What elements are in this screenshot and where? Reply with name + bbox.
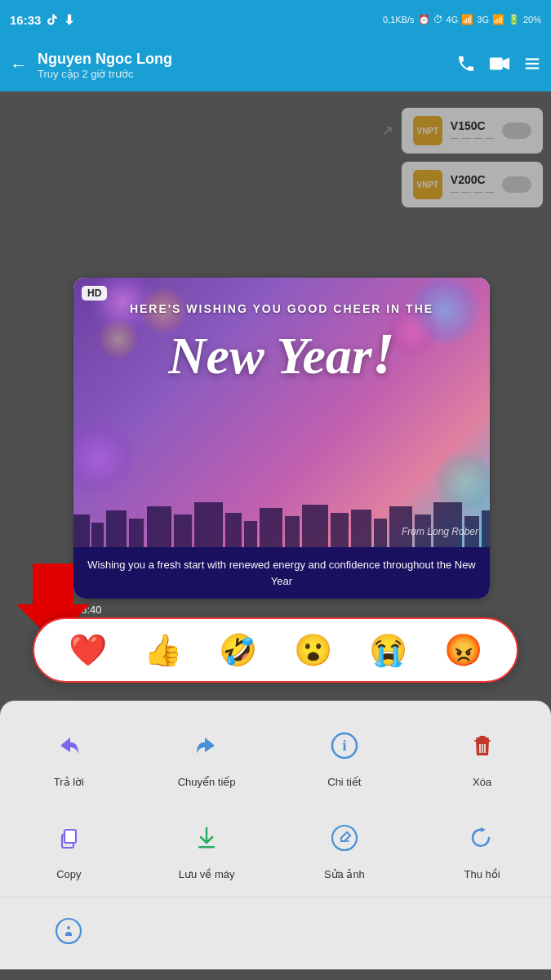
svg-rect-12 [225, 513, 242, 547]
more-button[interactable] [0, 898, 138, 958]
status-bar: 16:33 ⬇ 0,1KB/s ⏰ ⏱ 4G 📶 3G 📶 🔋 20% [0, 0, 551, 39]
contact-name: Nguyen Ngoc Long [38, 51, 447, 68]
svg-point-40 [67, 926, 70, 929]
detail-button[interactable]: i Chi tiết [276, 709, 414, 801]
action-grid: Trả lời Chuyển tiếp i Chi tiết [0, 709, 551, 893]
svg-rect-8 [129, 519, 144, 547]
status-download-icon: ⬇ [64, 12, 74, 28]
message-time: 23:40 [73, 604, 490, 616]
header-action-buttons [456, 54, 541, 78]
clock-icon: ⏰ [418, 14, 430, 25]
svg-rect-15 [285, 516, 300, 547]
svg-text:i: i [342, 737, 346, 754]
delete-icon-circle [459, 722, 506, 769]
menu-button[interactable] [523, 55, 541, 77]
call-button[interactable] [456, 54, 476, 78]
plan-info-1: V150C — — — — [451, 119, 494, 142]
svg-rect-17 [331, 513, 349, 547]
more-icon-circle [45, 907, 92, 955]
reaction-angry[interactable]: 😡 [444, 635, 482, 666]
plan-name-1: V150C [451, 119, 494, 132]
recall-button[interactable]: Thu hồi [413, 801, 551, 893]
save-icon-circle [183, 814, 230, 862]
forward-button[interactable]: Chuyển tiếp [138, 709, 276, 801]
signal-4g: 4G [447, 15, 459, 24]
svg-marker-38 [481, 827, 486, 832]
svg-rect-24 [482, 510, 490, 547]
exclaim: ! [372, 321, 395, 386]
svg-rect-11 [194, 502, 223, 547]
reaction-wow[interactable]: 😮 [294, 635, 332, 666]
reaction-heart[interactable]: ❤️ [69, 635, 107, 666]
svg-rect-28 [479, 736, 486, 738]
svg-point-36 [332, 826, 357, 850]
plan-card-v200c: VNPT V200C — — — — [402, 162, 543, 207]
signal-bars-1: 📶 [461, 14, 473, 25]
delete-label: Xóa [473, 776, 491, 788]
edit-label: Sửa ảnh [324, 868, 365, 880]
svg-marker-1 [503, 57, 509, 69]
alarm-icon: ⏱ [433, 14, 443, 25]
new-year-card: HERE'S WISHING YOU GOOD CHEER IN THE New… [73, 278, 490, 547]
chat-messages-background: ↗ VNPT V150C — — — — VNPT V200C — — — — [0, 91, 551, 216]
save-button[interactable]: Lưu về máy [138, 801, 276, 893]
svg-rect-6 [91, 523, 104, 547]
fireworks-decoration [73, 278, 490, 547]
plan-toggle-1[interactable] [502, 122, 531, 139]
svg-rect-18 [351, 510, 371, 547]
signal-3g: 3G [477, 15, 489, 24]
save-label: Lưu về máy [179, 868, 235, 880]
contact-status: Truy cập 2 giờ trước [38, 68, 447, 80]
signal-bars-2: 📶 [492, 14, 504, 25]
back-button[interactable]: ← [10, 55, 28, 76]
svg-rect-14 [260, 508, 282, 547]
svg-rect-16 [302, 505, 328, 547]
svg-rect-29 [474, 740, 491, 742]
contact-info: Nguyen Ngoc Long Truy cập 2 giờ trước [38, 51, 447, 80]
plan-toggle-2[interactable] [502, 176, 531, 193]
card-from-text: From Long Rober [402, 526, 478, 537]
recall-icon-circle [459, 814, 506, 862]
edit-button[interactable]: Sửa ảnh [276, 801, 414, 893]
copy-button[interactable]: Copy [0, 801, 138, 893]
svg-point-39 [56, 919, 81, 943]
video-call-button[interactable] [489, 54, 510, 78]
delete-button[interactable]: Xóa [413, 709, 551, 801]
tiktok-icon [46, 13, 59, 26]
svg-rect-7 [106, 510, 127, 547]
recall-label: Thu hồi [464, 868, 500, 880]
hd-badge: HD [82, 286, 107, 301]
action-menu: Trả lời Chuyển tiếp i Chi tiết [0, 701, 551, 969]
plan-detail-1: — — — — [451, 132, 494, 142]
svg-rect-10 [174, 514, 192, 547]
svg-rect-0 [490, 57, 503, 69]
status-time: 16:33 [10, 13, 41, 27]
reaction-thumbsup[interactable]: 👍 [144, 635, 182, 666]
image-message: HERE'S WISHING YOU GOOD CHEER IN THE New… [73, 278, 490, 599]
copy-label: Copy [56, 868, 81, 880]
forward-label: Chuyển tiếp [178, 776, 236, 788]
card-subtitle: Wishing you a fresh start with renewed e… [73, 547, 490, 599]
chat-header: ← Nguyen Ngoc Long Truy cập 2 giờ trước [0, 39, 551, 91]
reaction-crying[interactable]: 😭 [369, 635, 407, 666]
card-main-text: New Year! [168, 322, 395, 386]
edit-icon-circle [321, 814, 368, 862]
plan-name-2: V200C [451, 173, 494, 186]
card-top-text: HERE'S WISHING YOU GOOD CHEER IN THE [130, 302, 433, 315]
reaction-bar: ❤️ 👍 🤣 😮 😭 😡 [33, 617, 518, 683]
copy-icon-circle [45, 814, 92, 862]
reaction-laughing[interactable]: 🤣 [219, 635, 257, 666]
battery-icon: 🔋 [508, 14, 520, 25]
svg-rect-34 [64, 830, 76, 843]
reply-button[interactable]: Trả lời [0, 709, 138, 801]
status-time-area: 16:33 ⬇ [10, 12, 74, 28]
battery-level: 20% [523, 15, 541, 24]
plan-detail-2: — — — — [451, 186, 494, 196]
svg-rect-5 [73, 514, 90, 547]
plan-card-v150c: VNPT V150C — — — — [402, 108, 543, 154]
detail-label: Chi tiết [327, 776, 361, 788]
image-message-container: HD [73, 278, 490, 616]
reply-label: Trả lời [54, 776, 84, 788]
network-speed: 0,1KB/s [383, 15, 415, 24]
status-right-icons: 0,1KB/s ⏰ ⏱ 4G 📶 3G 📶 🔋 20% [383, 14, 541, 25]
